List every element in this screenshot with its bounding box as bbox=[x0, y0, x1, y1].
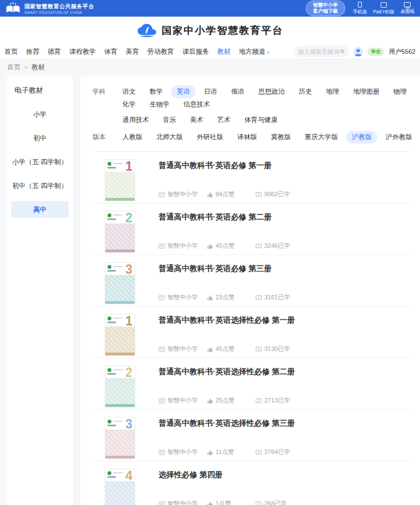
nav-item[interactable]: 课程教学 bbox=[69, 47, 97, 57]
book-title[interactable]: 普通高中教科书·英语选择性必修 第一册 bbox=[158, 315, 410, 325]
subject-chip[interactable]: 生物学 bbox=[144, 98, 175, 111]
school-badge-icon bbox=[158, 243, 165, 249]
book-likes: 40点赞 bbox=[207, 242, 255, 250]
nav-item[interactable]: 美育 bbox=[126, 47, 140, 57]
search-icon[interactable] bbox=[340, 48, 345, 55]
nav-item[interactable]: 劳动教育 bbox=[147, 47, 175, 57]
search-input[interactable] bbox=[298, 48, 340, 55]
device-link-label: 桌面端 bbox=[401, 8, 415, 15]
book-cover[interactable]: 1 bbox=[105, 159, 135, 201]
book-source: 智慧中小学 bbox=[158, 345, 207, 353]
version-chip[interactable]: 沪教版 bbox=[346, 131, 377, 144]
nav-item-label: 课程教学 bbox=[69, 48, 96, 55]
avatar[interactable] bbox=[354, 47, 363, 57]
book-title[interactable]: 普通高中教科书·英语选择性必修 第三册 bbox=[158, 419, 410, 429]
subject-chip[interactable]: 语文 bbox=[117, 85, 141, 98]
cover-volume-number: 1 bbox=[125, 315, 132, 328]
cover-volume-number: 3 bbox=[125, 418, 132, 431]
subject-chip[interactable]: 英语 bbox=[171, 85, 196, 98]
book-cover[interactable]: 3 bbox=[105, 417, 135, 459]
book-row: 3 普通高中教科书·英语必修 第三册 bbox=[93, 255, 410, 307]
sidebar: 电子教材 小学 初中 小学（五·四学制） 初中（五·四学制） bbox=[7, 76, 73, 505]
version-filter-row: 版本 人教版 北师大版 外研社版 译林版 冀教版 重庆大学版 沪教版 bbox=[93, 131, 420, 144]
sidebar-item[interactable]: 初中（五·四学制） bbox=[11, 177, 69, 194]
device-link[interactable]: Pad HD版 bbox=[373, 2, 394, 16]
nav-item[interactable]: 地方频道∨ bbox=[239, 47, 270, 57]
search-box[interactable] bbox=[294, 46, 349, 57]
sidebar-item[interactable]: 小学（五·四学制） bbox=[11, 154, 69, 170]
nav-item[interactable]: 课后服务 bbox=[182, 47, 210, 57]
book-learned-label: 2764已学 bbox=[264, 448, 290, 456]
book-title[interactable]: 普通高中教科书·英语必修 第一册 bbox=[158, 161, 410, 171]
main-nav: 首页 推荐 德育 课程教学 体育 美育 劳动教育 课后服务 教材 地方频道∨ bbox=[0, 44, 420, 59]
nav-item[interactable]: 推荐 bbox=[26, 47, 40, 57]
version-chip[interactable]: 沪外教版 bbox=[380, 131, 418, 144]
subject-chip[interactable]: 艺术 bbox=[212, 114, 236, 126]
version-filter-label: 版本 bbox=[93, 131, 117, 144]
book-learned-label: 2713已学 bbox=[264, 396, 290, 405]
book-title[interactable]: 普通高中教科书·英语必修 第二册 bbox=[158, 212, 410, 222]
book-likes: 11点赞 bbox=[207, 448, 255, 456]
subject-chip[interactable]: 通用技术 bbox=[117, 114, 155, 126]
book-learned: 3130已学 bbox=[255, 345, 290, 353]
nav-item-label: 推荐 bbox=[26, 48, 39, 55]
subject-chip[interactable]: 物理 bbox=[388, 85, 412, 98]
version-chip[interactable]: 北师大版 bbox=[151, 131, 188, 144]
subject-chip[interactable]: 地理图册 bbox=[347, 85, 385, 98]
subject-chip[interactable]: 美术 bbox=[185, 114, 209, 126]
download-line1: 智慧中小学 bbox=[313, 2, 338, 8]
subject-chip[interactable]: 历史 bbox=[293, 85, 317, 98]
book-learned: 9062已学 bbox=[255, 190, 290, 198]
breadcrumb-home[interactable]: 首页 bbox=[7, 63, 21, 72]
version-chip[interactable]: 译林版 bbox=[232, 131, 263, 144]
user-name[interactable]: 用户5562 bbox=[388, 48, 416, 56]
book-source: 智慧中小学 bbox=[158, 190, 207, 198]
nav-item[interactable]: 教材 bbox=[217, 47, 232, 57]
book-title[interactable]: 选择性必修 第四册 bbox=[158, 470, 410, 480]
sidebar-item[interactable]: 小学 bbox=[11, 106, 69, 123]
book-row: 1 普通高中教科书·英语选择性必修 第一册 bbox=[93, 307, 410, 358]
book-row: 3 普通高中教科书·英语选择性必修 第三册 bbox=[93, 410, 410, 461]
school-badge-icon bbox=[158, 346, 165, 353]
school-badge-icon bbox=[158, 397, 165, 404]
subject-chip[interactable]: 地理 bbox=[320, 85, 345, 98]
subject-chip[interactable]: 日语 bbox=[198, 85, 223, 98]
version-chip[interactable]: 人教版 bbox=[117, 131, 148, 144]
nav-item[interactable]: 首页 bbox=[4, 47, 19, 57]
book-cover[interactable]: 4 bbox=[105, 468, 135, 505]
book-cover[interactable]: 1 bbox=[105, 314, 135, 356]
version-chip[interactable]: 外研社版 bbox=[191, 131, 229, 144]
nav-item[interactable]: 德育 bbox=[48, 47, 62, 57]
subject-chip[interactable]: 化学 bbox=[117, 98, 141, 111]
subject-chip[interactable]: 俄语 bbox=[226, 85, 250, 98]
book-title[interactable]: 普通高中教科书·英语必修 第三册 bbox=[158, 264, 410, 274]
book-title[interactable]: 普通高中教科书·英语选择性必修 第二册 bbox=[158, 367, 410, 377]
nav-items: 首页 推荐 德育 课程教学 体育 美育 劳动教育 课后服务 教材 地方频道∨ bbox=[4, 47, 270, 57]
book-likes-label: 45点赞 bbox=[216, 345, 234, 353]
version-chip[interactable]: 重庆大学版 bbox=[299, 131, 344, 144]
sidebar-item[interactable]: 高中 bbox=[11, 201, 69, 218]
sidebar-items: 小学 初中 小学（五·四学制） 初中（五·四学制） 高中 bbox=[7, 106, 73, 218]
platform-title: 国家中小学智慧教育平台 bbox=[162, 24, 284, 37]
sidebar-item[interactable]: 初中 bbox=[11, 130, 69, 146]
publisher-dot-icon bbox=[107, 368, 111, 372]
device-link[interactable]: 桌面端 bbox=[401, 2, 415, 16]
version-chip[interactable]: 冀教版 bbox=[265, 131, 296, 144]
book-cover[interactable]: 2 bbox=[105, 365, 135, 407]
device-link[interactable]: 手机版 bbox=[353, 2, 367, 16]
subject-chip[interactable]: 信息技术 bbox=[178, 98, 216, 111]
nav-item-label: 体育 bbox=[104, 48, 117, 55]
book-source: 智慧中小学 bbox=[158, 293, 207, 302]
chevron-down-icon: ∨ bbox=[267, 50, 270, 55]
sidebar-title: 电子教材 bbox=[7, 85, 73, 99]
subject-chip[interactable]: 体育与健康 bbox=[239, 114, 283, 126]
school-badge-icon bbox=[158, 191, 165, 198]
subject-chip[interactable]: 音乐 bbox=[157, 114, 182, 126]
subject-chip[interactable]: 思想政治 bbox=[253, 85, 290, 98]
client-download-button[interactable]: 智慧中小学 客户端下载 bbox=[306, 1, 345, 16]
book-cover[interactable]: 3 bbox=[105, 262, 135, 304]
nav-item[interactable]: 体育 bbox=[104, 47, 119, 57]
subject-chip[interactable]: 数学 bbox=[144, 85, 168, 98]
book-cover[interactable]: 2 bbox=[105, 211, 135, 253]
book-learned: 2713已学 bbox=[255, 396, 290, 405]
